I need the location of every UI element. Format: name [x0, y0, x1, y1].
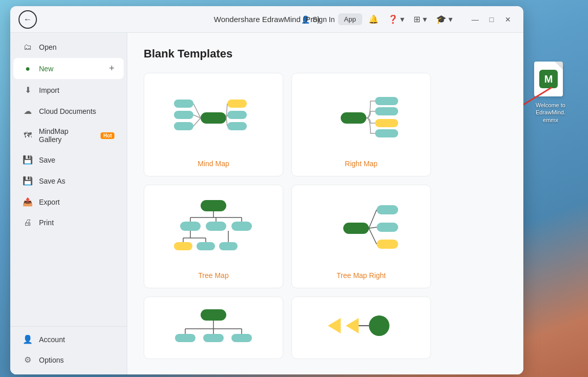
svg-rect-50: [175, 334, 195, 342]
svg-rect-38: [377, 205, 398, 214]
content-area: Blank Templates: [127, 33, 523, 374]
toolbar-icons: 👤 Sign In App 🔔 ❓ ▾ ⊞ ▾ 🎓 ▾: [301, 12, 456, 26]
sidebar-label-open: Open: [39, 43, 56, 51]
svg-rect-2: [201, 112, 226, 124]
sidebar-item-account[interactable]: 👤 Account: [13, 329, 124, 349]
main-content: 🗂 Open ● New + ⬇ Import ☁ Cloud Document…: [10, 33, 523, 374]
save-icon: 💾: [23, 155, 33, 165]
title-bar-left: ←: [18, 10, 37, 29]
svg-rect-26: [219, 242, 238, 250]
app-button[interactable]: App: [338, 13, 362, 25]
sidebar-label-import: Import: [39, 86, 60, 94]
svg-rect-21: [180, 222, 201, 231]
window-controls: — □ ✕: [468, 12, 515, 27]
sidebar-item-print[interactable]: 🖨 Print: [13, 213, 124, 232]
svg-rect-23: [231, 222, 252, 231]
back-button[interactable]: ←: [18, 10, 37, 29]
template-card-tree-map-right[interactable]: Tree Map Right: [291, 185, 431, 288]
sidebar-item-new[interactable]: ● New +: [13, 58, 124, 79]
svg-line-11: [193, 118, 201, 126]
tree-map-right-label: Tree Map Right: [337, 271, 386, 280]
tree-map-svg: [170, 196, 257, 263]
svg-rect-5: [174, 122, 193, 130]
mind-map-label: Mind Map: [198, 160, 229, 168]
svg-rect-37: [343, 223, 369, 234]
sidebar-bottom: 👤 Account ⚙ Options: [10, 326, 127, 370]
template-card-tree-map[interactable]: Tree Map: [144, 185, 283, 288]
sidebar: 🗂 Open ● New + ⬇ Import ☁ Cloud Document…: [10, 33, 127, 374]
file-icon-image: M: [534, 62, 567, 98]
svg-line-43: [369, 228, 377, 244]
svg-rect-15: [341, 112, 366, 124]
title-bar: ← Wondershare EdrawMind (Pro) 👤 Sign In …: [10, 6, 523, 33]
desktop-file-icon[interactable]: M Welcome to EdrawMind. emmx: [527, 62, 574, 124]
logic-chart-svg: [318, 305, 405, 346]
svg-rect-6: [227, 100, 247, 108]
minimize-button[interactable]: —: [468, 12, 482, 27]
edrawmind-logo: M: [539, 70, 558, 88]
svg-rect-20: [201, 200, 226, 211]
sidebar-item-save[interactable]: 💾 Save: [13, 150, 124, 170]
export-icon: 📤: [23, 197, 33, 207]
svg-rect-52: [231, 334, 252, 342]
print-icon: 🖨: [23, 218, 33, 227]
svg-rect-44: [201, 309, 226, 321]
sidebar-item-options[interactable]: ⚙ Options: [13, 350, 124, 370]
tree-map-preview: [167, 193, 260, 265]
svg-rect-16: [375, 97, 398, 105]
tree-map-right-svg: [318, 196, 405, 263]
svg-marker-54: [346, 318, 359, 333]
svg-rect-22: [206, 222, 226, 231]
mind-map-preview: [167, 82, 260, 153]
tree-map-label: Tree Map: [198, 271, 228, 280]
svg-rect-8: [227, 122, 247, 130]
template-card-right-map[interactable]: Right Map: [291, 73, 431, 176]
maximize-button[interactable]: □: [484, 12, 499, 27]
svg-rect-40: [377, 240, 398, 249]
tree-map-right-preview: [315, 193, 407, 265]
logic-chart-preview: [315, 305, 407, 346]
template-card-logic-chart[interactable]: [291, 296, 431, 359]
template-card-bottom-map[interactable]: [144, 296, 283, 359]
sidebar-label-cloud: Cloud Documents: [39, 107, 96, 115]
svg-rect-17: [375, 107, 398, 115]
hot-badge: Hot: [101, 132, 114, 139]
svg-rect-3: [174, 100, 193, 108]
sidebar-item-gallery[interactable]: 🗺 MindMap Gallery Hot: [13, 122, 124, 149]
account-icon: 👤: [23, 334, 33, 344]
section-title: Blank Templates: [144, 47, 507, 61]
add-new-icon[interactable]: +: [109, 63, 114, 74]
bottom-map-svg: [170, 305, 257, 346]
sidebar-spacer: [10, 233, 127, 326]
svg-marker-53: [328, 318, 341, 333]
template-card-mind-map[interactable]: Mind Map: [144, 73, 283, 176]
svg-line-14: [226, 118, 227, 126]
cloud-icon: ☁: [23, 106, 33, 116]
sidebar-item-open[interactable]: 🗂 Open: [13, 37, 124, 57]
sidebar-label-save-as: Save As: [39, 177, 65, 185]
sidebar-label-print: Print: [39, 219, 54, 227]
svg-rect-18: [375, 119, 398, 127]
help-button[interactable]: ❓ ▾: [385, 12, 407, 26]
hat-button[interactable]: 🎓 ▾: [433, 12, 456, 26]
notification-button[interactable]: 🔔: [365, 12, 382, 26]
right-map-preview: [315, 82, 407, 153]
sidebar-item-cloud[interactable]: ☁ Cloud Documents: [13, 101, 124, 121]
right-map-svg: [318, 84, 405, 151]
sidebar-item-export[interactable]: 📤 Export: [13, 192, 124, 212]
open-icon: 🗂: [23, 43, 33, 52]
app-title: Wondershare EdrawMind (Pro): [214, 15, 320, 24]
sidebar-label-options: Options: [39, 356, 64, 364]
sidebar-label-gallery: MindMap Gallery: [39, 127, 93, 144]
gallery-icon: 🗺: [23, 131, 33, 140]
svg-line-42: [369, 227, 377, 228]
svg-rect-24: [174, 242, 192, 250]
close-button[interactable]: ✕: [501, 12, 515, 27]
sidebar-item-import[interactable]: ⬇ Import: [13, 80, 124, 100]
sidebar-label-account: Account: [39, 335, 65, 344]
sidebar-item-save-as[interactable]: 💾 Save As: [13, 171, 124, 191]
svg-line-9: [193, 104, 201, 118]
new-icon: ●: [23, 64, 33, 73]
right-map-label: Right Map: [345, 160, 378, 168]
grid-button[interactable]: ⊞ ▾: [410, 12, 429, 26]
